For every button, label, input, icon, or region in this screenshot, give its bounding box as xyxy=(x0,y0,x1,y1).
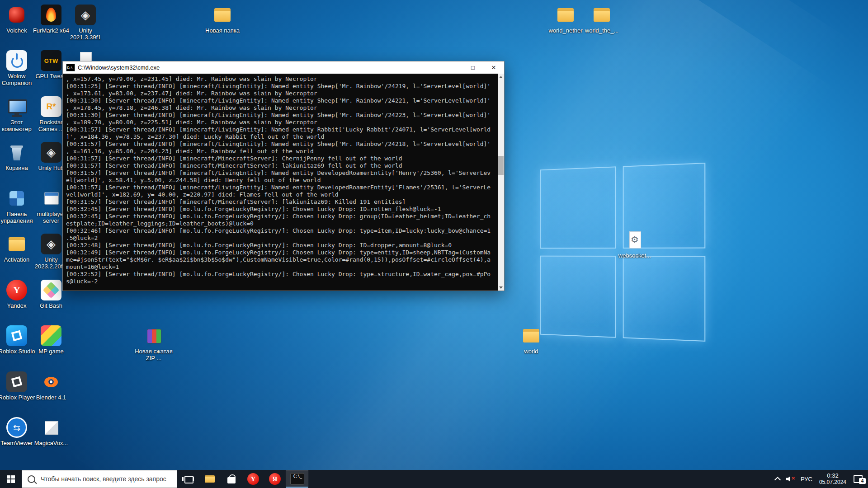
icon-glyph-text: GTW xyxy=(44,57,58,64)
search-input[interactable] xyxy=(40,475,177,483)
desktop-icon-roblox-player[interactable]: Roblox Player xyxy=(0,371,36,401)
server-icon xyxy=(41,188,61,209)
windows-start-icon xyxy=(7,475,15,483)
desktop-icon-activation[interactable]: Activation xyxy=(0,234,36,263)
desktop-icon-zip[interactable]: Новая сжатая ZIP ... xyxy=(134,325,173,361)
blender-icon xyxy=(41,371,61,392)
window-title: C:\Windows\system32\cmd.exe xyxy=(78,64,442,71)
tray-time: 0:32 xyxy=(827,472,838,479)
icon-label: world_nether xyxy=(546,27,585,34)
desktop-icon-unity-2021[interactable]: Unity 2021.3.39f1 xyxy=(66,5,105,41)
icon-label: Новая сжатая ZIP ... xyxy=(134,348,173,361)
icon-label: Yandex xyxy=(0,302,36,309)
desktop-icon-magica[interactable]: MagicaVox... xyxy=(32,417,71,446)
scrollbar-thumb[interactable] xyxy=(498,156,504,175)
maximize-button[interactable]: □ xyxy=(462,61,483,74)
tray-date: 05.07.2024 xyxy=(819,479,846,486)
close-button[interactable]: ✕ xyxy=(483,61,504,74)
flame-icon xyxy=(41,5,61,25)
desktop-icon-furmark[interactable]: FurMark2 x64 xyxy=(32,5,71,34)
desktop-icon-yandex[interactable]: YYandex xyxy=(0,280,36,309)
icon-label: world_the_... xyxy=(582,27,621,34)
taskbar-search[interactable] xyxy=(22,470,177,488)
minimize-button[interactable]: – xyxy=(442,61,462,74)
icon-label: Wolow Companion xyxy=(0,73,36,86)
icon-label: Этот компьютер xyxy=(0,119,36,132)
windows-logo-pane xyxy=(540,256,616,338)
action-center-icon: 4 xyxy=(853,474,865,484)
mpgame-icon xyxy=(41,325,61,346)
desktop-icon-roblox-studio[interactable]: Roblox Studio xyxy=(0,325,36,355)
icon-glyph-text: R* xyxy=(46,102,56,112)
roblox-player-icon xyxy=(6,371,27,392)
scroll-up-icon[interactable] xyxy=(498,74,504,80)
icon-glyph-text: Y xyxy=(251,475,256,483)
cmd-icon xyxy=(290,473,304,485)
language-indicator[interactable]: РУС xyxy=(797,470,816,488)
icon-label: MP game xyxy=(32,348,71,355)
icon-label: websocket... xyxy=(615,252,654,259)
computer-icon xyxy=(6,96,27,117)
cmd-window: C:\ C:\Windows\system32\cmd.exe – □ ✕ , … xyxy=(62,61,505,291)
desktop-icon-blender[interactable]: Blender 4.1 xyxy=(32,371,71,401)
volume-button[interactable] xyxy=(783,470,797,488)
taskbar-button-task-view[interactable] xyxy=(177,470,199,488)
icon-label: Roblox Studio xyxy=(0,348,36,355)
desktop-icon-teamviewer[interactable]: TeamViewer xyxy=(0,417,36,446)
icon-label: Панель управления xyxy=(0,211,36,224)
task-view-icon xyxy=(181,472,195,486)
taskbar-button-explorer[interactable] xyxy=(199,470,221,488)
yandex-search-icon: Я xyxy=(269,473,281,485)
icon-label: Unity 2021.3.39f1 xyxy=(66,27,105,41)
roblox-studio-icon xyxy=(6,325,27,346)
folder-icon xyxy=(521,325,542,346)
creature-icon xyxy=(6,5,27,25)
console-area[interactable]: , x=157.45, y=79.00, z=231.45] died: Mr.… xyxy=(63,74,504,291)
hidden-icons-button[interactable] xyxy=(772,470,783,488)
cmd-titlebar[interactable]: C:\ C:\Windows\system32\cmd.exe – □ ✕ xyxy=(63,61,504,74)
taskbar-button-yandex-browser[interactable]: Y xyxy=(242,470,264,488)
clock[interactable]: 0:32 05.07.2024 xyxy=(816,470,850,488)
console-scrollbar[interactable] xyxy=(498,74,504,291)
desktop-icon-recycle[interactable]: Корзина xyxy=(0,142,36,171)
teamviewer-icon xyxy=(6,417,27,438)
gearfile-icon xyxy=(624,230,645,250)
scroll-down-icon[interactable] xyxy=(498,284,504,291)
desktop-icon-new-folder[interactable]: Новая папка xyxy=(203,5,242,34)
action-center-button[interactable]: 4 xyxy=(850,470,868,488)
folder-icon xyxy=(212,5,233,25)
zip-icon xyxy=(143,325,164,346)
icon-label: Activation xyxy=(0,256,36,263)
start-button[interactable] xyxy=(0,470,22,488)
taskbar-spacer xyxy=(308,470,772,488)
notification-badge: 4 xyxy=(859,478,866,484)
taskbar-button-store[interactable] xyxy=(221,470,242,488)
icon-label: Roblox Player xyxy=(0,394,36,401)
icon-label: Git Bash xyxy=(32,302,71,309)
desktop-icon-world-nether[interactable]: world_nether xyxy=(546,5,585,34)
desktop-icon-control-panel[interactable]: Панель управления xyxy=(0,188,36,224)
desktop-icon-world-the[interactable]: world_the_... xyxy=(582,5,621,34)
yandex-browser-icon: Y xyxy=(247,473,259,485)
icon-glyph-text: Y xyxy=(13,284,20,296)
icon-label: TeamViewer xyxy=(0,440,36,446)
desktop-icon-wolow[interactable]: Wolow Companion xyxy=(0,50,36,86)
folder-icon xyxy=(555,5,576,25)
desktop-icon-volchek[interactable]: Volchek xyxy=(0,5,36,34)
taskbar-buttons: YЯ xyxy=(177,470,308,488)
gtw-icon: GTW xyxy=(41,50,61,71)
desktop-icon-websocket[interactable]: websocket... xyxy=(615,230,654,259)
desktop-wallpaper: VolchekWolow CompanionЭтот компьютерКорз… xyxy=(0,0,868,488)
desktop-icon-world[interactable]: world xyxy=(512,325,551,355)
desktop-icon-mp-game[interactable]: MP game xyxy=(32,325,71,355)
power-icon xyxy=(6,50,27,71)
gitbash-icon xyxy=(41,280,61,300)
speaker-muted-icon xyxy=(786,476,794,482)
chevron-up-icon xyxy=(774,476,781,483)
explorer-icon xyxy=(203,472,217,486)
taskbar-button-yandex-search[interactable]: Я xyxy=(264,470,286,488)
system-tray: РУС 0:32 05.07.2024 4 xyxy=(772,470,868,488)
yandex-icon: Y xyxy=(6,280,27,300)
taskbar-button-cmd[interactable] xyxy=(286,470,308,488)
desktop-icon-computer[interactable]: Этот компьютер xyxy=(0,96,36,132)
